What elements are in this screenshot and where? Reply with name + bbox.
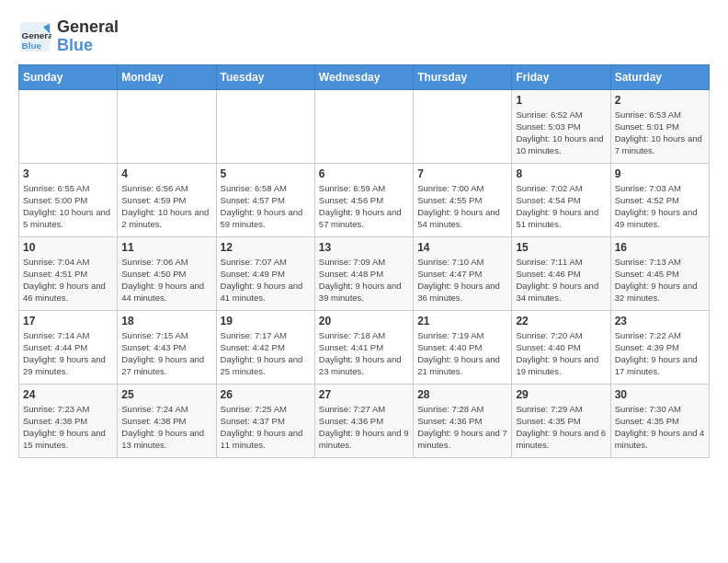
calendar-cell: 20Sunrise: 7:18 AM Sunset: 4:41 PM Dayli… [314,310,413,384]
calendar-cell: 30Sunrise: 7:30 AM Sunset: 4:35 PM Dayli… [610,384,709,457]
calendar-cell: 10Sunrise: 7:04 AM Sunset: 4:51 PM Dayli… [19,236,118,310]
calendar-cell: 4Sunrise: 6:56 AM Sunset: 4:59 PM Daylig… [118,163,216,236]
day-info: Sunrise: 6:52 AM Sunset: 5:03 PM Dayligh… [516,109,606,157]
day-number: 13 [319,241,409,254]
calendar-cell: 21Sunrise: 7:19 AM Sunset: 4:40 PM Dayli… [414,310,512,384]
calendar-cell [19,89,118,163]
day-info: Sunrise: 7:17 AM Sunset: 4:42 PM Dayligh… [221,329,311,378]
day-number: 7 [417,167,507,180]
day-number: 18 [121,315,211,327]
calendar-week-row: 10Sunrise: 7:04 AM Sunset: 4:51 PM Dayli… [19,236,710,310]
weekday-header: Tuesday [216,64,314,89]
calendar-header-row: SundayMondayTuesdayWednesdayThursdayFrid… [19,64,710,89]
day-number: 11 [121,241,211,254]
day-number: 20 [319,315,409,327]
day-number: 10 [23,241,113,254]
day-info: Sunrise: 7:28 AM Sunset: 4:36 PM Dayligh… [417,403,507,452]
calendar-table: SundayMondayTuesdayWednesdayThursdayFrid… [18,64,710,458]
day-number: 30 [615,388,705,401]
day-info: Sunrise: 7:18 AM Sunset: 4:41 PM Dayligh… [319,329,409,378]
svg-text:Blue: Blue [22,40,42,50]
day-info: Sunrise: 6:59 AM Sunset: 4:56 PM Dayligh… [319,182,409,231]
day-number: 21 [417,315,507,327]
calendar-cell: 25Sunrise: 7:24 AM Sunset: 4:38 PM Dayli… [118,384,216,457]
day-info: Sunrise: 7:25 AM Sunset: 4:37 PM Dayligh… [221,403,311,452]
calendar-cell: 23Sunrise: 7:22 AM Sunset: 4:39 PM Dayli… [610,310,709,384]
weekday-header: Thursday [414,64,512,89]
page-header: General Blue General Blue [18,18,710,55]
calendar-cell: 22Sunrise: 7:20 AM Sunset: 4:40 PM Dayli… [512,310,610,384]
day-number: 27 [319,388,409,401]
calendar-cell: 8Sunrise: 7:02 AM Sunset: 4:54 PM Daylig… [512,163,610,236]
day-number: 3 [23,167,113,180]
day-info: Sunrise: 7:02 AM Sunset: 4:54 PM Dayligh… [516,182,606,231]
logo-icon: General Blue [18,20,51,53]
weekday-header: Friday [512,64,610,89]
calendar-cell [314,89,413,163]
calendar-cell: 13Sunrise: 7:09 AM Sunset: 4:48 PM Dayli… [314,236,413,310]
day-number: 1 [516,94,606,107]
calendar-cell: 18Sunrise: 7:15 AM Sunset: 4:43 PM Dayli… [118,310,216,384]
day-info: Sunrise: 7:06 AM Sunset: 4:50 PM Dayligh… [121,256,211,304]
calendar-cell: 6Sunrise: 6:59 AM Sunset: 4:56 PM Daylig… [314,163,413,236]
day-info: Sunrise: 7:22 AM Sunset: 4:39 PM Dayligh… [615,329,705,378]
logo-text: General Blue [57,18,119,55]
calendar-cell: 16Sunrise: 7:13 AM Sunset: 4:45 PM Dayli… [610,236,709,310]
calendar-week-row: 17Sunrise: 7:14 AM Sunset: 4:44 PM Dayli… [19,310,710,384]
day-info: Sunrise: 7:14 AM Sunset: 4:44 PM Dayligh… [23,329,113,378]
day-info: Sunrise: 7:03 AM Sunset: 4:52 PM Dayligh… [615,182,705,231]
calendar-cell: 27Sunrise: 7:27 AM Sunset: 4:36 PM Dayli… [314,384,413,457]
day-number: 24 [23,388,113,401]
calendar-week-row: 3Sunrise: 6:55 AM Sunset: 5:00 PM Daylig… [19,163,710,236]
day-info: Sunrise: 7:29 AM Sunset: 4:35 PM Dayligh… [516,403,606,452]
calendar-cell [414,89,512,163]
day-number: 29 [516,388,606,401]
weekday-header: Wednesday [314,64,413,89]
logo: General Blue General Blue [18,18,119,55]
weekday-header: Sunday [19,64,118,89]
day-number: 2 [615,94,705,107]
day-info: Sunrise: 7:19 AM Sunset: 4:40 PM Dayligh… [417,329,507,378]
calendar-cell: 15Sunrise: 7:11 AM Sunset: 4:46 PM Dayli… [512,236,610,310]
day-number: 8 [516,167,606,180]
day-info: Sunrise: 7:07 AM Sunset: 4:49 PM Dayligh… [221,256,311,304]
day-number: 12 [221,241,311,254]
day-number: 4 [121,167,211,180]
calendar-cell: 7Sunrise: 7:00 AM Sunset: 4:55 PM Daylig… [414,163,512,236]
calendar-cell: 17Sunrise: 7:14 AM Sunset: 4:44 PM Dayli… [19,310,118,384]
weekday-header: Saturday [610,64,709,89]
day-number: 19 [221,315,311,327]
calendar-cell [216,89,314,163]
day-number: 14 [417,241,507,254]
calendar-week-row: 1Sunrise: 6:52 AM Sunset: 5:03 PM Daylig… [19,89,710,163]
day-number: 17 [23,315,113,327]
day-number: 16 [615,241,705,254]
day-number: 28 [417,388,507,401]
calendar-cell: 11Sunrise: 7:06 AM Sunset: 4:50 PM Dayli… [118,236,216,310]
day-number: 15 [516,241,606,254]
day-info: Sunrise: 7:27 AM Sunset: 4:36 PM Dayligh… [319,403,409,452]
day-info: Sunrise: 7:10 AM Sunset: 4:47 PM Dayligh… [417,256,507,304]
calendar-cell: 2Sunrise: 6:53 AM Sunset: 5:01 PM Daylig… [610,89,709,163]
day-info: Sunrise: 7:24 AM Sunset: 4:38 PM Dayligh… [121,403,211,452]
calendar-cell: 19Sunrise: 7:17 AM Sunset: 4:42 PM Dayli… [216,310,314,384]
day-info: Sunrise: 6:58 AM Sunset: 4:57 PM Dayligh… [221,182,311,231]
day-info: Sunrise: 6:56 AM Sunset: 4:59 PM Dayligh… [121,182,211,231]
day-number: 6 [319,167,409,180]
svg-text:General: General [22,30,51,40]
calendar-cell: 14Sunrise: 7:10 AM Sunset: 4:47 PM Dayli… [414,236,512,310]
calendar-cell: 28Sunrise: 7:28 AM Sunset: 4:36 PM Dayli… [414,384,512,457]
day-number: 23 [615,315,705,327]
day-info: Sunrise: 7:00 AM Sunset: 4:55 PM Dayligh… [417,182,507,231]
day-info: Sunrise: 7:11 AM Sunset: 4:46 PM Dayligh… [516,256,606,304]
day-number: 9 [615,167,705,180]
weekday-header: Monday [118,64,216,89]
calendar-cell: 12Sunrise: 7:07 AM Sunset: 4:49 PM Dayli… [216,236,314,310]
calendar-cell: 29Sunrise: 7:29 AM Sunset: 4:35 PM Dayli… [512,384,610,457]
calendar-cell [118,89,216,163]
day-info: Sunrise: 7:30 AM Sunset: 4:35 PM Dayligh… [615,403,705,452]
day-number: 26 [221,388,311,401]
day-number: 22 [516,315,606,327]
calendar-cell: 26Sunrise: 7:25 AM Sunset: 4:37 PM Dayli… [216,384,314,457]
day-info: Sunrise: 7:04 AM Sunset: 4:51 PM Dayligh… [23,256,113,304]
